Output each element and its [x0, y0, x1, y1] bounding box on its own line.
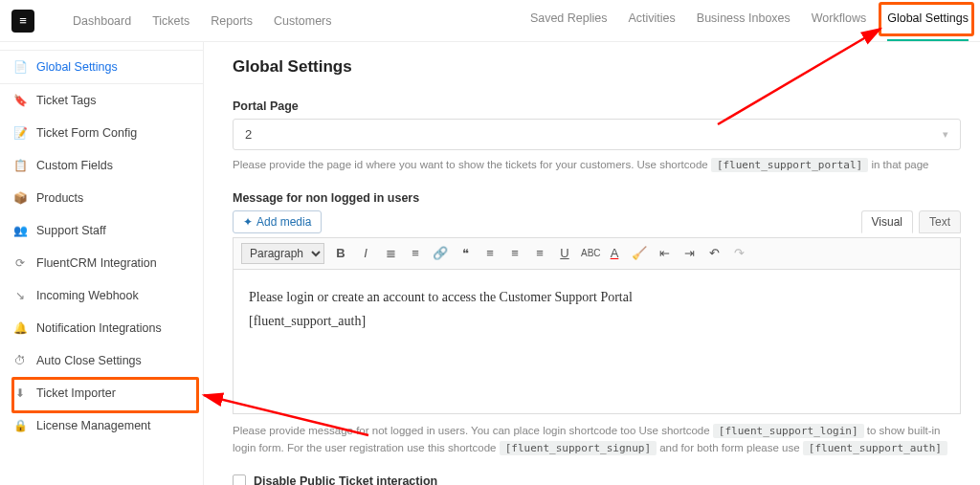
- refresh-icon: ⟳: [13, 256, 27, 270]
- text-color-icon[interactable]: A: [606, 246, 623, 260]
- sidebar-item-products[interactable]: 📦Products: [0, 182, 203, 214]
- quote-icon[interactable]: ❝: [457, 246, 474, 260]
- nav-activities[interactable]: Activities: [628, 11, 675, 31]
- align-center-icon[interactable]: ≡: [506, 246, 523, 260]
- sidebar-item-ticket-tags[interactable]: 🔖Ticket Tags: [0, 84, 203, 117]
- nav-right: Saved Replies Activities Business Inboxe…: [530, 11, 969, 31]
- sidebar-item-custom-fields[interactable]: 📋Custom Fields: [0, 149, 203, 182]
- sidebar-item-incoming-webhook[interactable]: ↘Incoming Webhook: [0, 279, 203, 312]
- nav-saved-replies[interactable]: Saved Replies: [530, 11, 608, 31]
- sidebar-item-ticket-form-config[interactable]: 📝Ticket Form Config: [0, 117, 203, 149]
- redo-icon[interactable]: ↷: [730, 246, 747, 260]
- strikethrough-icon[interactable]: ABC: [581, 248, 598, 258]
- portal-page-select[interactable]: 2 ▾: [233, 119, 961, 150]
- nav-reports[interactable]: Reports: [211, 14, 253, 28]
- portal-help-text: Please provide the page id where you wan…: [233, 156, 961, 174]
- message-label: Message for non logged in users: [233, 191, 961, 205]
- logo: ≡: [11, 10, 34, 33]
- numbered-list-icon[interactable]: ≡: [407, 246, 424, 260]
- nav-tickets[interactable]: Tickets: [152, 14, 189, 28]
- underline-icon[interactable]: U: [556, 246, 573, 260]
- sidebar-item-global-settings[interactable]: 📄Global Settings: [0, 50, 203, 84]
- clock-icon: ⏱: [13, 354, 27, 367]
- fields-icon: 📋: [13, 159, 27, 172]
- sidebar-item-notification-integrations[interactable]: 🔔Notification Integrations: [0, 312, 203, 344]
- italic-icon[interactable]: I: [357, 246, 374, 260]
- nav-customers[interactable]: Customers: [274, 14, 331, 28]
- undo-icon[interactable]: ↶: [705, 246, 723, 260]
- disable-public-ticket-row[interactable]: Disable Public Ticket interaction: [233, 474, 961, 485]
- sidebar-item-support-staff[interactable]: 👥Support Staff: [0, 214, 203, 247]
- outdent-icon[interactable]: ⇤: [656, 246, 673, 260]
- add-media-button[interactable]: ✦Add media: [233, 210, 322, 233]
- portal-page-label: Portal Page: [233, 99, 961, 113]
- bell-icon: 🔔: [13, 321, 27, 335]
- tab-text[interactable]: Text: [919, 210, 961, 233]
- bold-icon[interactable]: B: [332, 246, 349, 260]
- document-icon: 📄: [13, 60, 27, 74]
- nav-left: Dashboard Tickets Reports Customers: [73, 14, 332, 28]
- tag-icon: 🔖: [13, 94, 27, 107]
- people-icon: 👥: [13, 224, 27, 237]
- download-icon: ⬇: [13, 386, 27, 400]
- message-help-text: Please provide message for not logged in…: [233, 422, 961, 457]
- format-select[interactable]: Paragraph: [241, 243, 324, 264]
- checkbox-icon[interactable]: [233, 474, 246, 485]
- page-title: Global Settings: [233, 57, 961, 77]
- box-icon: 📦: [13, 191, 27, 205]
- sidebar-item-ticket-importer[interactable]: ⬇Ticket Importer: [0, 377, 203, 409]
- link-icon[interactable]: 🔗: [432, 246, 449, 260]
- incoming-icon: ↘: [13, 289, 27, 302]
- bullet-list-icon[interactable]: ≣: [382, 246, 399, 260]
- align-left-icon[interactable]: ≡: [481, 246, 499, 260]
- nav-global-settings[interactable]: Global Settings: [887, 11, 969, 31]
- editor: Paragraph B I ≣ ≡ 🔗 ❝ ≡ ≡ ≡ U ABC A 🧹 ⇤ …: [233, 237, 961, 414]
- clear-formatting-icon[interactable]: 🧹: [631, 246, 648, 260]
- editor-toolbar: Paragraph B I ≣ ≡ 🔗 ❝ ≡ ≡ ≡ U ABC A 🧹 ⇤ …: [234, 238, 960, 270]
- sidebar-item-license-management[interactable]: 🔒License Management: [0, 409, 203, 442]
- topbar: ≡ Dashboard Tickets Reports Customers Sa…: [0, 0, 980, 42]
- media-icon: ✦: [243, 215, 253, 229]
- align-right-icon[interactable]: ≡: [531, 246, 548, 260]
- nav-business-inboxes[interactable]: Business Inboxes: [697, 11, 791, 31]
- editor-textarea[interactable]: Please login or create an account to acc…: [234, 270, 960, 413]
- tab-visual[interactable]: Visual: [861, 210, 913, 233]
- nav-dashboard[interactable]: Dashboard: [73, 14, 131, 28]
- sidebar-item-fluentcrm[interactable]: ⟳FluentCRM Integration: [0, 247, 203, 279]
- sidebar-item-auto-close[interactable]: ⏱Auto Close Settings: [0, 344, 203, 377]
- content: Global Settings Portal Page 2 ▾ Please p…: [204, 42, 980, 485]
- nav-workflows[interactable]: Workflows: [812, 11, 866, 31]
- indent-icon[interactable]: ⇥: [680, 246, 698, 260]
- lock-icon: 🔒: [13, 419, 27, 432]
- form-icon: 📝: [13, 126, 27, 140]
- chevron-down-icon: ▾: [943, 128, 948, 141]
- sidebar: 📄Global Settings 🔖Ticket Tags 📝Ticket Fo…: [0, 42, 204, 485]
